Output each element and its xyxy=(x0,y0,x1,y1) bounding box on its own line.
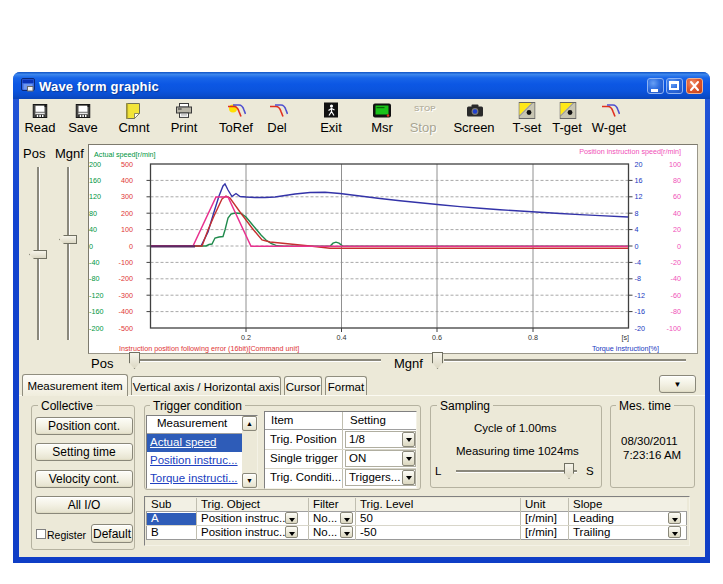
svg-text:-120: -120 xyxy=(89,291,103,300)
svg-text:Position instruction speed[r/m: Position instruction speed[r/min] xyxy=(579,147,681,156)
svg-text:-8: -8 xyxy=(635,274,641,283)
svg-text:40: 40 xyxy=(673,209,681,218)
svg-text:-80: -80 xyxy=(89,274,99,283)
svg-text:100: 100 xyxy=(669,160,681,169)
svg-text:Torque instruction[%]: Torque instruction[%] xyxy=(592,344,659,353)
svg-text:0: 0 xyxy=(89,242,93,251)
svg-text:0.6: 0.6 xyxy=(432,333,442,342)
svg-text:Actual speed[r/min]: Actual speed[r/min] xyxy=(94,150,156,159)
svg-text:400: 400 xyxy=(121,176,133,185)
svg-text:8: 8 xyxy=(635,209,639,218)
svg-text:-80: -80 xyxy=(671,307,681,316)
svg-text:-200: -200 xyxy=(89,324,103,333)
svg-text:-200: -200 xyxy=(119,274,133,283)
svg-text:0: 0 xyxy=(129,242,133,251)
svg-text:-20: -20 xyxy=(635,324,645,333)
svg-text:-500: -500 xyxy=(119,324,133,333)
svg-text:20: 20 xyxy=(635,160,643,169)
svg-text:16: 16 xyxy=(635,176,643,185)
svg-text:120: 120 xyxy=(89,192,101,201)
svg-text:0.2: 0.2 xyxy=(241,333,251,342)
svg-text:80: 80 xyxy=(673,176,681,185)
svg-text:300: 300 xyxy=(121,192,133,201)
svg-text:Instruction position following: Instruction position following error (16… xyxy=(119,344,299,353)
svg-text:0.4: 0.4 xyxy=(337,333,347,342)
svg-text:0.8: 0.8 xyxy=(528,333,538,342)
svg-text:160: 160 xyxy=(89,176,101,185)
svg-text:-40: -40 xyxy=(89,258,99,267)
svg-text:12: 12 xyxy=(635,192,643,201)
svg-text:[s]: [s] xyxy=(621,333,629,342)
svg-text:-20: -20 xyxy=(671,258,681,267)
svg-text:60: 60 xyxy=(673,192,681,201)
svg-text:40: 40 xyxy=(89,225,97,234)
svg-text:100: 100 xyxy=(121,225,133,234)
svg-text:-100: -100 xyxy=(667,324,681,333)
svg-text:-160: -160 xyxy=(89,307,103,316)
svg-text:0: 0 xyxy=(677,242,681,251)
svg-text:-300: -300 xyxy=(119,291,133,300)
svg-text:-100: -100 xyxy=(119,258,133,267)
svg-text:200: 200 xyxy=(89,160,101,169)
svg-text:80: 80 xyxy=(89,209,97,218)
svg-text:0: 0 xyxy=(635,242,639,251)
svg-text:500: 500 xyxy=(121,160,133,169)
svg-text:4: 4 xyxy=(635,225,639,234)
svg-text:200: 200 xyxy=(121,209,133,218)
svg-text:-60: -60 xyxy=(671,291,681,300)
svg-text:-16: -16 xyxy=(635,307,645,316)
svg-text:-40: -40 xyxy=(671,274,681,283)
svg-text:-12: -12 xyxy=(635,291,645,300)
svg-text:-4: -4 xyxy=(635,258,641,267)
svg-text:20: 20 xyxy=(673,225,681,234)
svg-text:-400: -400 xyxy=(119,307,133,316)
